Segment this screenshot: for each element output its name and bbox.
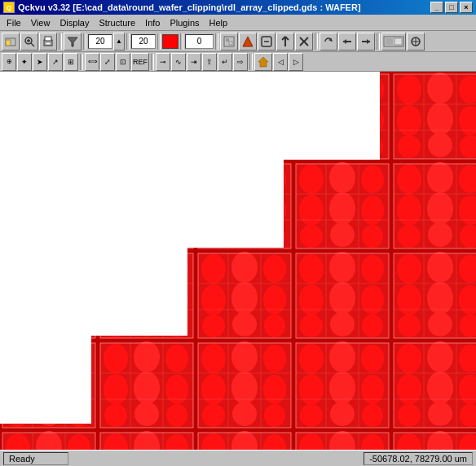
tool-1[interactable]: ⊕: [2, 53, 16, 71]
nav-btn-1[interactable]: [220, 33, 238, 51]
svg-marker-13: [243, 37, 253, 46]
tool-2[interactable]: ✦: [17, 53, 32, 71]
toolbar-secondary: ⊕ ✦ ➤ ↗ ⊞ ⟺ ⤢ ⊡ REF ⊸ ∿ ⇥ ⇧ ↵ ⇨ ◁ ▷: [0, 52, 476, 72]
filter-button[interactable]: [64, 33, 82, 51]
view-btn-2[interactable]: [407, 33, 425, 51]
tool-9[interactable]: REF: [131, 53, 149, 71]
toolbar-main: ▲: [0, 31, 476, 52]
menu-help[interactable]: Help: [205, 15, 233, 30]
status-bar: Ready -50678.02, 78279.00 um: [0, 450, 476, 466]
toolbar-sep-3: [126, 33, 130, 50]
tool-16[interactable]: ◁: [273, 53, 288, 71]
tool-7[interactable]: ⤢: [100, 53, 115, 71]
svg-rect-27: [386, 38, 393, 45]
layer-input[interactable]: [131, 34, 156, 49]
color-selector[interactable]: [162, 34, 178, 49]
coordinates-display: -50678.02, 78279.00 um: [364, 452, 473, 465]
title-bar: Q Qckvu v3.32 [E:\cad_data\round_wafer_c…: [0, 0, 476, 15]
rotate-btn[interactable]: [320, 33, 337, 51]
maximize-button[interactable]: □: [445, 2, 458, 13]
tool-10[interactable]: ⊸: [156, 53, 170, 71]
tool-13[interactable]: ⇧: [202, 53, 217, 71]
status-message: Ready: [3, 452, 68, 465]
toolbar2-sep-2: [151, 54, 154, 70]
toolbar-sep-4: [157, 33, 161, 50]
svg-rect-12: [229, 42, 232, 45]
toolbar-sep-2: [83, 33, 86, 50]
tool-12[interactable]: ⇥: [187, 53, 201, 71]
tool-3[interactable]: ➤: [33, 53, 47, 71]
toolbar-sep-5: [180, 33, 183, 50]
svg-marker-23: [343, 39, 346, 44]
svg-marker-9: [68, 37, 77, 46]
zoom-in-button[interactable]: [20, 33, 38, 51]
nav-btn-2[interactable]: [239, 33, 257, 51]
tool-15[interactable]: ⇨: [233, 53, 248, 71]
minimize-button[interactable]: _: [430, 2, 443, 13]
gds-drawing: [0, 72, 476, 450]
number-input[interactable]: [185, 34, 214, 49]
menu-display[interactable]: Display: [55, 15, 94, 30]
close-button[interactable]: ×: [460, 2, 473, 13]
view-btn-1[interactable]: [381, 33, 406, 51]
tool-6[interactable]: ⟺: [85, 53, 99, 71]
svg-marker-32: [258, 57, 268, 67]
tool-11[interactable]: ∿: [171, 53, 186, 71]
menu-structure[interactable]: Structure: [94, 15, 140, 30]
svg-rect-11: [226, 38, 229, 42]
tool-4[interactable]: ↗: [48, 53, 63, 71]
zoom-input[interactable]: [88, 34, 112, 49]
svg-marker-25: [367, 39, 370, 44]
nav-btn-3[interactable]: [258, 33, 275, 51]
back-btn[interactable]: [338, 33, 356, 51]
forward-btn[interactable]: [357, 33, 375, 51]
menu-file[interactable]: File: [2, 15, 26, 30]
tool-5[interactable]: ⊞: [64, 53, 78, 71]
svg-rect-8: [46, 42, 51, 45]
nav-btn-4[interactable]: [276, 33, 294, 51]
menu-view[interactable]: View: [26, 15, 55, 30]
svg-rect-7: [45, 37, 51, 41]
toolbar2-sep-3: [249, 54, 253, 70]
open-button[interactable]: [2, 33, 20, 51]
toolbar2-sep-1: [80, 54, 83, 70]
tool-14[interactable]: ↵: [218, 53, 232, 71]
tool-17[interactable]: ▷: [289, 53, 303, 71]
svg-rect-28: [394, 38, 402, 45]
nav-btn-5[interactable]: [295, 33, 313, 51]
tool-8[interactable]: ⊡: [116, 53, 130, 71]
window-title: Qckvu v3.32 [E:\cad_data\round_wafer_cli…: [18, 2, 361, 12]
svg-line-3: [31, 43, 34, 46]
home-btn[interactable]: [254, 53, 272, 71]
window-controls: _ □ ×: [430, 2, 473, 13]
toolbar-sep-7: [315, 33, 318, 50]
menu-plugins[interactable]: Plugins: [165, 15, 204, 30]
toolbar-sep-1: [59, 33, 62, 50]
gds-canvas-area[interactable]: [0, 72, 476, 450]
menu-bar: File View Display Structure Info Plugins…: [0, 15, 476, 31]
menu-info[interactable]: Info: [140, 15, 165, 30]
svg-rect-1: [6, 40, 11, 46]
toolbar-sep-6: [215, 33, 218, 50]
app-icon: Q: [3, 2, 15, 13]
print-button[interactable]: [39, 33, 57, 51]
toolbar-sep-8: [377, 33, 380, 50]
zoom-spin-up[interactable]: ▲: [113, 33, 125, 51]
